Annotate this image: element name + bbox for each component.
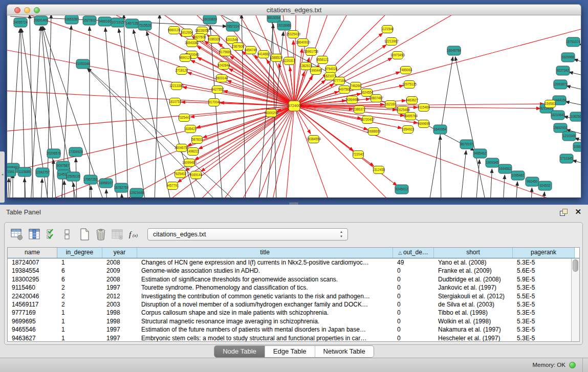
network-window-titlebar[interactable]: citations_edges.txt	[7, 4, 581, 15]
show-columns-button[interactable]	[27, 227, 41, 242]
table-cell-pagerank: 5.3E-5	[513, 325, 575, 334]
column-header-out_de[interactable]: △out_de…	[393, 248, 434, 258]
svg-text:9329966: 9329966	[562, 55, 575, 59]
control-panel-collapse-strip[interactable]: ◂	[0, 151, 5, 203]
svg-text:8454749: 8454749	[245, 48, 257, 52]
svg-text:12923448: 12923448	[129, 191, 144, 194]
table-row[interactable]: 946362711997Embryonic stem cells: a mode…	[8, 334, 579, 342]
svg-text:722040: 722040	[353, 152, 364, 156]
table-cell-in_degree: 1	[57, 325, 102, 334]
table-row[interactable]: 911546021997Tourette syndrome. Phenomeno…	[8, 283, 579, 292]
svg-text:9466160: 9466160	[99, 19, 112, 23]
table-selector-dropdown[interactable]: citations_edges.txt ▲▼	[147, 228, 348, 240]
table-cell-title: Estimation of significance thresholds fo…	[137, 275, 393, 283]
network-view-canvas[interactable]: 2405572420691406106532871527602946616010…	[7, 15, 581, 198]
table-cell-out_de: 0	[393, 334, 434, 342]
network-svg: 2405572420691406106532871527602946616010…	[7, 15, 581, 198]
close-icon[interactable]: ✕	[575, 207, 581, 216]
svg-text:391591: 391591	[7, 170, 15, 173]
memory-status-label: Memory: OK	[532, 358, 565, 372]
svg-text:9827508: 9827508	[193, 35, 206, 39]
tab-edge-table[interactable]: Edge Table	[265, 346, 315, 357]
table-cell-in_degree: 2	[57, 292, 102, 300]
svg-text:1498222: 1498222	[187, 149, 200, 153]
table-row[interactable]: 1938455462009Genome-wide association stu…	[8, 267, 579, 275]
svg-text:8186328: 8186328	[208, 37, 221, 41]
table-cell-short: de Silva et al. (2003)	[434, 300, 513, 309]
table-cell-name: 9115460	[8, 283, 57, 292]
table-cell-pagerank: 5.5E-5	[513, 292, 575, 300]
svg-text:18724007: 18724007	[286, 103, 302, 108]
svg-text:16958107: 16958107	[99, 181, 114, 185]
svg-text:20206576: 20206576	[47, 151, 61, 155]
delete-table-button[interactable]	[110, 227, 124, 242]
svg-text:18495764: 18495764	[403, 114, 418, 118]
svg-text:1694562: 1694562	[499, 167, 512, 170]
table-gear-icon	[10, 228, 24, 241]
table-cell-year: 1998	[102, 309, 137, 317]
svg-text:9777169: 9777169	[333, 79, 346, 82]
svg-text:9699695: 9699695	[418, 122, 430, 125]
svg-text:15751074: 15751074	[566, 40, 581, 43]
svg-text:19218986: 19218986	[277, 24, 292, 27]
table-cell-year: 2012	[102, 292, 137, 300]
table-cell-title: Genome-wide association studies in ADHD.	[137, 267, 393, 275]
table-cell-short: Tibbo et al. (1998)	[434, 309, 513, 317]
table-panel-titlebar: Table Panel ✕	[0, 205, 588, 220]
tab-node-table[interactable]: Node Table	[214, 346, 265, 357]
svg-text:15692931: 15692931	[553, 126, 568, 129]
svg-text:10025488: 10025488	[396, 108, 410, 112]
new-table-button[interactable]	[77, 227, 92, 242]
svg-text:10807487: 10807487	[369, 96, 384, 100]
table-cell-short: Yano et al. (2008)	[434, 258, 513, 267]
table-cell-out_de: 0	[393, 317, 434, 325]
svg-text:12093872: 12093872	[553, 82, 568, 86]
table-cell-short: Stergiakouli et al. (2012)	[434, 292, 513, 300]
table-cell-name: 14569117	[8, 300, 57, 309]
deselect-all-button[interactable]	[60, 227, 74, 242]
table-row[interactable]: 1456911722003Disruption of a novel membe…	[8, 300, 579, 309]
column-header-pagerank[interactable]: pagerank	[513, 248, 575, 258]
table-cell-year: 2008	[102, 275, 137, 283]
table-row[interactable]: 1872400712008Changes of HCN gene express…	[8, 258, 579, 267]
table-cell-name: 9463627	[8, 334, 57, 342]
table-cell-pagerank: 5.3E-5	[513, 258, 575, 267]
column-header-title[interactable]: title	[137, 248, 393, 258]
svg-text:3912954: 3912954	[181, 31, 193, 34]
table-cell-out_de: 0	[393, 325, 434, 334]
svg-text:16720407: 16720407	[360, 118, 375, 121]
column-header-in_degree[interactable]: in_degree	[57, 248, 102, 258]
svg-text:16782759: 16782759	[114, 186, 129, 189]
tab-network-table[interactable]: Network Table	[315, 346, 374, 357]
svg-text:(x): (x)	[133, 233, 138, 238]
svg-text:162160: 162160	[385, 102, 396, 106]
select-all-button[interactable]	[45, 227, 59, 242]
table-scrollbar[interactable]	[571, 258, 579, 341]
table-scrollbar-thumb[interactable]	[573, 259, 578, 272]
table-selector-value: citations_edges.txt	[153, 231, 206, 238]
svg-text:8813054: 8813054	[268, 16, 280, 19]
table-row[interactable]: 969969511998Structural magnetic resonanc…	[8, 317, 579, 325]
svg-text:1527602: 1527602	[83, 18, 96, 22]
svg-text:16033809: 16033809	[203, 17, 217, 21]
column-header-year[interactable]: year	[102, 248, 137, 258]
function-builder-button[interactable]: f (x)	[127, 227, 143, 242]
float-window-icon[interactable]	[560, 209, 568, 216]
svg-text:587831: 587831	[191, 138, 203, 141]
table-cell-name: 18724007	[8, 258, 57, 267]
svg-text:10688609: 10688609	[366, 129, 381, 133]
table-row[interactable]: 977716911998Corpus callosum shape and si…	[8, 309, 579, 317]
table-options-button[interactable]	[10, 227, 24, 242]
table-row[interactable]: 1830029562008Estimation of significance …	[8, 275, 579, 283]
svg-text:9175685: 9175685	[219, 50, 232, 54]
delete-rows-button[interactable]	[94, 227, 108, 242]
svg-text:7485063: 7485063	[400, 68, 412, 72]
table-cell-title: Embryonic stem cells: a model to study s…	[137, 334, 393, 342]
table-row[interactable]: 946554611997Estimation of the future num…	[8, 325, 579, 334]
node-table-body: 1872400712008Changes of HCN gene express…	[8, 258, 579, 342]
memory-status-icon	[569, 362, 576, 368]
column-header-name[interactable]: name	[8, 248, 57, 258]
column-header-short[interactable]: short	[434, 248, 513, 258]
network-window[interactable]: citations_edges.txt 24055724206914061065…	[7, 4, 581, 198]
table-row[interactable]: 2242004622012Investigating the contribut…	[8, 292, 579, 300]
